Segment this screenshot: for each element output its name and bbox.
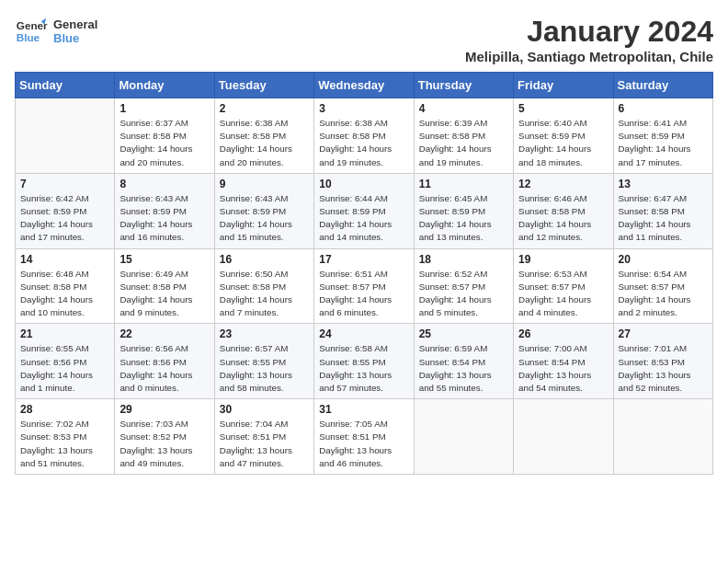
day-number: 21 xyxy=(20,327,109,340)
day-number: 25 xyxy=(419,327,508,340)
day-info: Sunrise: 6:42 AM Sunset: 8:59 PM Dayligh… xyxy=(20,192,109,245)
day-info: Sunrise: 6:43 AM Sunset: 8:59 PM Dayligh… xyxy=(119,192,209,245)
day-info: Sunrise: 6:50 AM Sunset: 8:58 PM Dayligh… xyxy=(220,268,309,320)
day-number: 30 xyxy=(220,403,309,416)
week-row-4: 21Sunrise: 6:55 AM Sunset: 8:56 PM Dayli… xyxy=(16,324,713,399)
day-info: Sunrise: 6:48 AM Sunset: 8:58 PM Dayligh… xyxy=(20,268,109,320)
weekday-header-row: SundayMondayTuesdayWednesdayThursdayFrid… xyxy=(16,73,713,98)
day-cell: 14Sunrise: 6:48 AM Sunset: 8:58 PM Dayli… xyxy=(16,248,115,324)
day-info: Sunrise: 6:39 AM Sunset: 8:58 PM Dayligh… xyxy=(419,117,508,169)
day-number: 26 xyxy=(518,327,608,340)
day-number: 15 xyxy=(119,253,209,266)
day-cell xyxy=(613,399,712,475)
day-cell: 7Sunrise: 6:42 AM Sunset: 8:59 PM Daylig… xyxy=(16,173,115,248)
day-number: 8 xyxy=(119,178,209,190)
day-number: 1 xyxy=(119,102,209,115)
day-cell: 24Sunrise: 6:58 AM Sunset: 8:55 PM Dayli… xyxy=(314,324,414,399)
day-number: 20 xyxy=(619,253,708,266)
weekday-header-thursday: Thursday xyxy=(414,73,513,98)
day-cell: 25Sunrise: 6:59 AM Sunset: 8:54 PM Dayli… xyxy=(414,324,513,399)
day-cell: 6Sunrise: 6:41 AM Sunset: 8:59 PM Daylig… xyxy=(613,98,712,174)
day-number: 18 xyxy=(419,253,508,266)
day-info: Sunrise: 7:01 AM Sunset: 8:53 PM Dayligh… xyxy=(619,342,708,395)
day-number: 22 xyxy=(119,327,209,340)
day-cell: 8Sunrise: 6:43 AM Sunset: 8:59 PM Daylig… xyxy=(115,173,214,248)
weekday-header-sunday: Sunday xyxy=(16,73,115,98)
day-info: Sunrise: 6:57 AM Sunset: 8:55 PM Dayligh… xyxy=(220,342,309,395)
day-cell: 4Sunrise: 6:39 AM Sunset: 8:58 PM Daylig… xyxy=(414,98,513,174)
day-cell: 26Sunrise: 7:00 AM Sunset: 8:54 PM Dayli… xyxy=(514,324,613,399)
day-number: 19 xyxy=(518,253,608,266)
logo: General Blue General Blue xyxy=(15,15,97,48)
month-title: January 2024 xyxy=(465,15,713,49)
day-cell: 5Sunrise: 6:40 AM Sunset: 8:59 PM Daylig… xyxy=(514,98,613,174)
day-cell: 23Sunrise: 6:57 AM Sunset: 8:55 PM Dayli… xyxy=(214,324,313,399)
day-number: 11 xyxy=(419,178,508,190)
day-cell xyxy=(514,399,613,475)
day-cell: 15Sunrise: 6:49 AM Sunset: 8:58 PM Dayli… xyxy=(115,248,214,324)
day-number: 13 xyxy=(619,178,708,190)
day-number: 16 xyxy=(220,253,309,266)
day-cell: 12Sunrise: 6:46 AM Sunset: 8:58 PM Dayli… xyxy=(514,173,613,248)
day-info: Sunrise: 6:58 AM Sunset: 8:55 PM Dayligh… xyxy=(319,342,408,395)
day-cell: 2Sunrise: 6:38 AM Sunset: 8:58 PM Daylig… xyxy=(214,98,313,174)
title-block: January 2024 Melipilla, Santiago Metropo… xyxy=(465,15,713,64)
day-number: 24 xyxy=(319,327,408,340)
day-info: Sunrise: 6:53 AM Sunset: 8:57 PM Dayligh… xyxy=(518,268,608,320)
week-row-1: 1Sunrise: 6:37 AM Sunset: 8:58 PM Daylig… xyxy=(16,98,713,174)
day-info: Sunrise: 6:37 AM Sunset: 8:58 PM Dayligh… xyxy=(119,117,209,169)
day-number: 31 xyxy=(319,403,408,416)
day-info: Sunrise: 7:00 AM Sunset: 8:54 PM Dayligh… xyxy=(518,342,608,395)
day-cell: 30Sunrise: 7:04 AM Sunset: 8:51 PM Dayli… xyxy=(214,399,313,475)
day-cell: 18Sunrise: 6:52 AM Sunset: 8:57 PM Dayli… xyxy=(414,248,513,324)
calendar-table: SundayMondayTuesdayWednesdayThursdayFrid… xyxy=(15,72,713,475)
weekday-header-friday: Friday xyxy=(514,73,613,98)
day-number: 28 xyxy=(20,403,109,416)
day-cell xyxy=(16,98,115,174)
day-info: Sunrise: 7:04 AM Sunset: 8:51 PM Dayligh… xyxy=(220,418,309,470)
day-info: Sunrise: 6:47 AM Sunset: 8:58 PM Dayligh… xyxy=(619,192,708,245)
week-row-5: 28Sunrise: 7:02 AM Sunset: 8:53 PM Dayli… xyxy=(16,399,713,475)
weekday-header-saturday: Saturday xyxy=(613,73,712,98)
logo-icon: General Blue xyxy=(15,15,48,48)
day-info: Sunrise: 6:45 AM Sunset: 8:59 PM Dayligh… xyxy=(419,192,508,245)
logo-general: General xyxy=(53,17,97,31)
day-cell: 11Sunrise: 6:45 AM Sunset: 8:59 PM Dayli… xyxy=(414,173,513,248)
day-cell: 27Sunrise: 7:01 AM Sunset: 8:53 PM Dayli… xyxy=(613,324,712,399)
day-cell: 17Sunrise: 6:51 AM Sunset: 8:57 PM Dayli… xyxy=(314,248,414,324)
week-row-3: 14Sunrise: 6:48 AM Sunset: 8:58 PM Dayli… xyxy=(16,248,713,324)
day-cell: 20Sunrise: 6:54 AM Sunset: 8:57 PM Dayli… xyxy=(613,248,712,324)
day-info: Sunrise: 6:49 AM Sunset: 8:58 PM Dayligh… xyxy=(119,268,209,320)
day-info: Sunrise: 6:54 AM Sunset: 8:57 PM Dayligh… xyxy=(619,268,708,320)
day-cell xyxy=(414,399,513,475)
day-cell: 22Sunrise: 6:56 AM Sunset: 8:56 PM Dayli… xyxy=(115,324,214,399)
day-cell: 21Sunrise: 6:55 AM Sunset: 8:56 PM Dayli… xyxy=(16,324,115,399)
weekday-header-monday: Monday xyxy=(115,73,214,98)
day-cell: 3Sunrise: 6:38 AM Sunset: 8:58 PM Daylig… xyxy=(314,98,414,174)
day-info: Sunrise: 6:43 AM Sunset: 8:59 PM Dayligh… xyxy=(220,192,309,245)
day-number: 9 xyxy=(220,178,309,190)
day-number: 12 xyxy=(518,178,608,190)
day-info: Sunrise: 7:02 AM Sunset: 8:53 PM Dayligh… xyxy=(20,418,109,470)
day-info: Sunrise: 7:05 AM Sunset: 8:51 PM Dayligh… xyxy=(319,418,408,470)
day-info: Sunrise: 6:38 AM Sunset: 8:58 PM Dayligh… xyxy=(220,117,309,169)
day-number: 10 xyxy=(319,178,408,190)
day-info: Sunrise: 6:55 AM Sunset: 8:56 PM Dayligh… xyxy=(20,342,109,395)
day-number: 7 xyxy=(20,178,109,190)
weekday-header-tuesday: Tuesday xyxy=(214,73,313,98)
day-cell: 29Sunrise: 7:03 AM Sunset: 8:52 PM Dayli… xyxy=(115,399,214,475)
day-info: Sunrise: 6:38 AM Sunset: 8:58 PM Dayligh… xyxy=(319,117,408,169)
day-cell: 28Sunrise: 7:02 AM Sunset: 8:53 PM Dayli… xyxy=(16,399,115,475)
day-info: Sunrise: 6:44 AM Sunset: 8:59 PM Dayligh… xyxy=(319,192,408,245)
day-cell: 13Sunrise: 6:47 AM Sunset: 8:58 PM Dayli… xyxy=(613,173,712,248)
day-info: Sunrise: 6:40 AM Sunset: 8:59 PM Dayligh… xyxy=(518,117,608,169)
day-info: Sunrise: 7:03 AM Sunset: 8:52 PM Dayligh… xyxy=(119,418,209,470)
day-number: 5 xyxy=(518,102,608,115)
day-number: 14 xyxy=(20,253,109,266)
day-info: Sunrise: 6:56 AM Sunset: 8:56 PM Dayligh… xyxy=(119,342,209,395)
day-number: 6 xyxy=(619,102,708,115)
svg-text:Blue: Blue xyxy=(17,31,40,43)
day-number: 2 xyxy=(220,102,309,115)
day-info: Sunrise: 6:59 AM Sunset: 8:54 PM Dayligh… xyxy=(419,342,508,395)
day-cell: 19Sunrise: 6:53 AM Sunset: 8:57 PM Dayli… xyxy=(514,248,613,324)
